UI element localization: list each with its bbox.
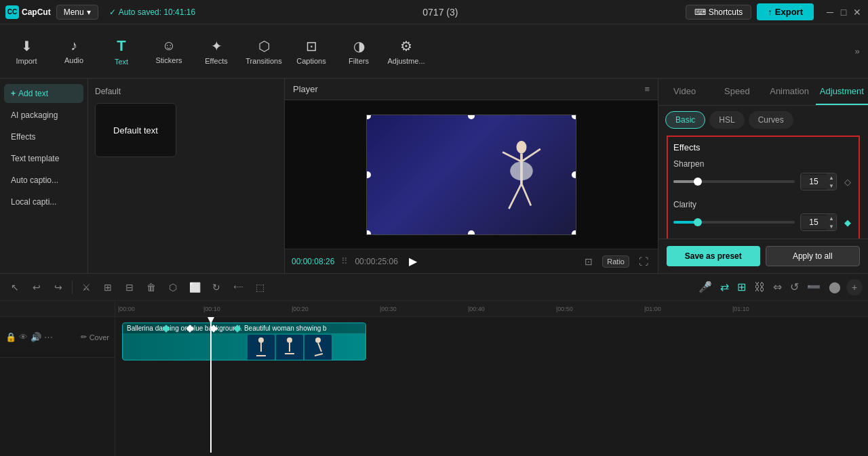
total-time: 00:00:25:06 (355, 257, 397, 266)
track-label-row: 🔒 👁 🔊 ⋯ ✏ Cover (0, 317, 115, 358)
keyframe-2 (187, 326, 193, 331)
subtab-basic[interactable]: Basic (665, 111, 705, 129)
player-controls: 00:00:08:26 ⠿ 00:00:25:06 ▶ ⊡ Ratio ⛶ (285, 249, 658, 273)
link-button[interactable]: ⇄ (717, 278, 732, 296)
split-button[interactable]: ⚔ (77, 278, 96, 297)
sharpen-keyframe-button[interactable]: ◇ (842, 176, 853, 187)
volume-icon[interactable]: 🔊 (31, 332, 41, 342)
split-v-button[interactable]: ⊞ (98, 278, 117, 297)
playhead[interactable] (210, 317, 212, 453)
sharpen-down-arrow[interactable]: ▼ (827, 182, 836, 190)
rotation-button[interactable]: ↻ (207, 278, 226, 297)
tool-filters[interactable]: ◑ Filters (335, 28, 382, 75)
tool-import[interactable]: ⬇ Import (3, 28, 50, 75)
mask-button[interactable]: ⬡ (163, 278, 182, 297)
clarity-thumb[interactable] (694, 218, 702, 226)
clarity-down-arrow[interactable]: ▼ (827, 222, 836, 230)
tool-audio[interactable]: ♪ Audio (50, 28, 98, 75)
track-icons: 🔒 👁 🔊 ⋯ (5, 332, 53, 342)
left-item-text-template[interactable]: Text template (4, 149, 83, 168)
chain-button[interactable]: ⛓ (751, 278, 768, 296)
play-button[interactable]: ▶ (405, 253, 421, 270)
save-preset-button[interactable]: Save as preset (667, 246, 760, 266)
keyframe-1 (163, 326, 169, 331)
fullscreen-button[interactable]: ⛶ (636, 255, 651, 268)
handle-top-right[interactable] (572, 115, 576, 119)
handle-bottom-right[interactable] (572, 230, 576, 235)
default-text-card[interactable]: Default text (95, 103, 176, 157)
crop-button[interactable]: ⬚ (250, 278, 269, 297)
zoom-in-button[interactable]: + (846, 279, 863, 295)
maximize-button[interactable]: □ (838, 7, 849, 18)
sharpen-up-arrow[interactable]: ▲ (827, 173, 836, 182)
handle-bottom-mid[interactable] (468, 230, 475, 235)
delete-button[interactable]: 🗑 (142, 278, 161, 297)
export-button[interactable]: ↑ Export (757, 3, 814, 20)
redo-button[interactable]: ↪ (49, 278, 68, 297)
add-text-button[interactable]: + Add text (4, 84, 83, 103)
close-button[interactable]: ✕ (852, 7, 863, 18)
sharpen-value-wrap: ▲ ▼ (800, 173, 837, 190)
dot-button[interactable]: ⬤ (826, 278, 844, 296)
clarity-up-arrow[interactable]: ▲ (827, 214, 836, 222)
lock-icon[interactable]: 🔒 (5, 332, 16, 342)
mic-button[interactable]: 🎤 (696, 278, 715, 296)
text-icon: T (117, 37, 125, 55)
left-item-local-caption[interactable]: Local capti... (4, 192, 83, 211)
apply-all-button[interactable]: Apply to all (766, 246, 861, 266)
project-title: 0717 (3) (201, 7, 680, 18)
freeze-button[interactable]: ⬜ (185, 278, 204, 297)
subtab-hsl[interactable]: HSL (709, 111, 744, 129)
grid-button[interactable]: ⊞ (734, 278, 749, 296)
tool-text[interactable]: T Text (98, 28, 145, 75)
sharpen-slider[interactable] (673, 180, 795, 183)
clip-title: Ballerina dancing on blue background. Be… (123, 323, 366, 333)
tool-transitions[interactable]: ⬡ Transitions (240, 28, 288, 75)
cover-label[interactable]: ✏ Cover (81, 333, 109, 341)
sharpen-thumb[interactable] (694, 178, 702, 186)
fit-view-button[interactable]: ⊡ (582, 255, 595, 268)
loop-button[interactable]: ↺ (787, 278, 802, 296)
timeline-left-strip: 🔒 👁 🔊 ⋯ ✏ Cover (0, 301, 115, 456)
menu-button[interactable]: Menu ▾ (56, 5, 98, 20)
logo-text: CapCut (22, 7, 51, 17)
tool-captions[interactable]: ⊡ Captions (288, 28, 335, 75)
align-button[interactable]: ⇔ (770, 278, 785, 296)
flip-button[interactable]: ⬸ (229, 278, 248, 297)
clarity-value-input[interactable] (801, 215, 827, 229)
tab-adjustment[interactable]: Adjustment (816, 79, 868, 105)
split-h-button[interactable]: ⊟ (120, 278, 139, 297)
minimize-button[interactable]: ─ (825, 7, 835, 18)
toolbar-expand[interactable]: » (849, 28, 865, 75)
tool-adjustment[interactable]: ⚙ Adjustme... (382, 28, 430, 75)
subtab-curves[interactable]: Curves (749, 111, 793, 129)
undo-button[interactable]: ↩ (27, 278, 46, 297)
eye-icon[interactable]: 👁 (19, 332, 28, 342)
left-item-ai-packaging[interactable]: AI packaging (4, 106, 83, 125)
tab-speed[interactable]: Speed (711, 79, 763, 105)
minus-button[interactable]: ➖ (804, 278, 823, 296)
clarity-slider[interactable] (673, 221, 795, 224)
toolbar-separator-1 (72, 281, 73, 294)
sharpen-value-input[interactable] (801, 175, 827, 188)
select-tool-button[interactable]: ↖ (5, 278, 24, 297)
ratio-button[interactable]: Ratio (602, 255, 629, 268)
left-item-effects[interactable]: Effects (4, 127, 83, 146)
shortcuts-button[interactable]: ⌨ Shortcuts (686, 5, 752, 20)
player-menu-icon[interactable]: ≡ (644, 84, 650, 94)
left-panel: + Add text AI packaging Effects Text tem… (0, 79, 88, 273)
ruler-mark-1: |00:10 (203, 306, 220, 312)
tab-video[interactable]: Video (658, 79, 711, 105)
effects-section: Effects Sharpen ▲ ▼ (658, 129, 868, 239)
filters-icon: ◑ (353, 38, 365, 54)
audio-icon: ♪ (71, 38, 77, 54)
tab-animation[interactable]: Animation (764, 79, 816, 105)
current-time: 00:00:08:26 (292, 257, 334, 266)
tool-effects[interactable]: ✦ Effects (193, 28, 240, 75)
tool-stickers[interactable]: ☺ Stickers (145, 28, 193, 75)
video-clip[interactable]: Ballerina dancing on blue background. Be… (122, 323, 366, 360)
handle-right-mid[interactable] (572, 171, 576, 178)
more-icon[interactable]: ⋯ (44, 332, 53, 342)
clarity-keyframe-button[interactable]: ◆ (842, 217, 853, 228)
left-item-auto-caption[interactable]: Auto captio... (4, 171, 83, 190)
